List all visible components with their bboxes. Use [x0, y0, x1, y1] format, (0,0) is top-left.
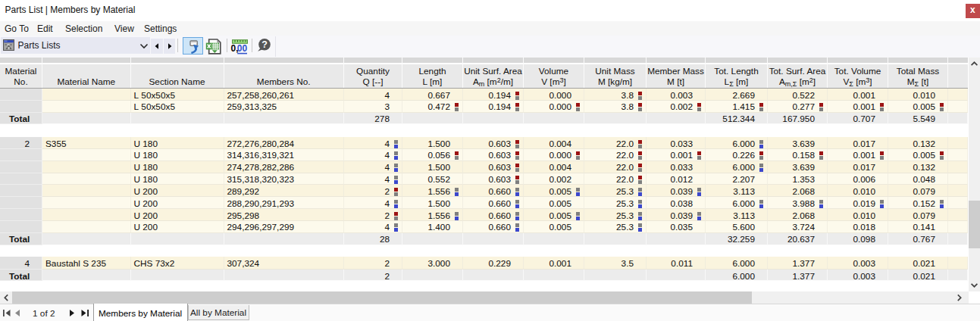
svg-text:00: 00 — [237, 43, 248, 54]
svg-text:?: ? — [261, 39, 268, 50]
